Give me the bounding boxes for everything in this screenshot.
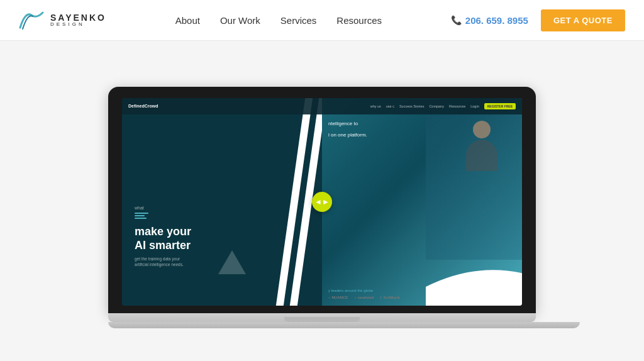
screen-left-content: what make your AI smarter	[135, 206, 191, 267]
phone-display[interactable]: 📞 206. 659. 8955	[451, 15, 528, 26]
softbank-icon: ≡	[380, 296, 382, 299]
screen-nav-bar: DefinedCrowd why us use c Success Storie…	[122, 98, 522, 114]
logo-text: SAYENKO DESIGN	[50, 13, 106, 27]
screen-register-btn[interactable]: REGISTER FREE	[484, 103, 516, 109]
phone-number: 206. 659. 8955	[465, 15, 528, 26]
main-content: DefinedCrowd why us use c Success Storie…	[0, 41, 644, 361]
screen-nav-why: why us	[370, 104, 381, 108]
partner-nuance: ~ NUANCE	[328, 296, 348, 299]
screen-partners-label: y leaders around the globe	[328, 289, 516, 292]
nav-resources[interactable]: Resources	[336, 15, 382, 26]
screen-line-2	[135, 215, 145, 216]
toggle-arrows-icon: ◄►	[314, 197, 330, 206]
screen-brand: DefinedCrowd	[128, 104, 158, 108]
screen-partners-area: y leaders around the globe ~ NUANCE ~ ra…	[328, 289, 516, 299]
screen-headline: make your AI smarter	[135, 225, 191, 252]
screen-nav-stories: Success Stories	[399, 104, 424, 108]
partner-softbank: ≡ SoftBank	[380, 296, 400, 299]
screen-partners-logos: ~ NUANCE ~ randstad ≡ SoftBank	[328, 296, 516, 299]
nav-about[interactable]: About	[175, 15, 200, 26]
logo-icon	[19, 10, 45, 30]
nav-services[interactable]: Services	[280, 15, 317, 26]
screen-line-1	[135, 213, 148, 214]
partner-randstad: ~ randstad	[354, 296, 374, 299]
screen-what-lines	[135, 213, 191, 219]
header-right: 📞 206. 659. 8955 GET A QUOTE	[451, 9, 625, 31]
screen-headline-line2: AI smarter	[135, 239, 191, 252]
screen-subtext-2: artificial intelligence needs.	[135, 262, 184, 267]
logo-brand: SAYENKO	[50, 13, 106, 22]
person-body	[466, 140, 497, 171]
main-nav: About Our Work Services Resources	[175, 15, 382, 26]
screen-line-3	[135, 218, 147, 219]
laptop-base	[108, 313, 536, 322]
screen-nav-company: Company	[429, 104, 444, 108]
laptop-screen: DefinedCrowd why us use c Success Storie…	[122, 98, 522, 306]
screen-right-text-area: ntelligence to l on one platform.	[328, 120, 508, 143]
screen-right-text-2: l on one platform.	[328, 131, 508, 139]
screen-nav-resources: Resources	[449, 104, 465, 108]
screen-headline-line1: make your	[135, 225, 191, 238]
triangle-decoration	[218, 250, 246, 274]
logo-sub: DESIGN	[50, 22, 106, 27]
laptop-notch	[284, 317, 360, 322]
laptop-mockup: DefinedCrowd why us use c Success Storie…	[108, 87, 536, 328]
screen-nav-use: use c	[386, 104, 394, 108]
logo[interactable]: SAYENKO DESIGN	[19, 10, 106, 30]
comparison-toggle-button[interactable]: ◄►	[312, 192, 332, 212]
screen-what-label: what	[135, 206, 191, 210]
screen-subtext: get the training data your artificial in…	[135, 256, 191, 267]
laptop-base-wrapper	[108, 313, 536, 322]
get-quote-button[interactable]: GET A QUOTE	[541, 9, 625, 31]
phone-icon: 📞	[451, 15, 462, 25]
laptop-stand	[108, 322, 580, 328]
site-header: SAYENKO DESIGN About Our Work Services R…	[0, 0, 644, 41]
screen-left-panel: what make your AI smarter	[122, 98, 322, 306]
randstad-icon: ~	[354, 296, 357, 299]
screen-subtext-1: get the training data your	[135, 257, 180, 261]
screen-right-text-1: ntelligence to	[328, 120, 508, 128]
nuance-icon: ~	[328, 296, 331, 299]
screen-bezel: DefinedCrowd why us use c Success Storie…	[108, 87, 536, 313]
screen-inner: DefinedCrowd why us use c Success Storie…	[122, 98, 522, 306]
screen-right-panel: ntelligence to l on one platform. y lead…	[322, 98, 522, 306]
nav-our-work[interactable]: Our Work	[220, 15, 260, 26]
screen-nav-login: Login	[470, 104, 479, 108]
screen-nav-links: why us use c Success Stories Company Res…	[370, 103, 516, 109]
